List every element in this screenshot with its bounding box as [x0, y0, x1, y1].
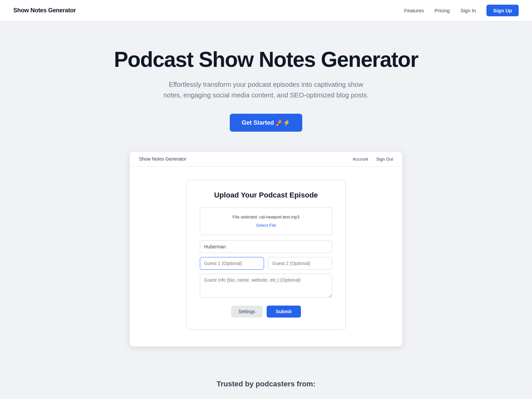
- signin-nav-link[interactable]: Sign In: [461, 8, 476, 13]
- form-actions: Settings Submit: [200, 306, 332, 318]
- app-preview-wrapper: Show Notes Generator Account Sign Out Up…: [123, 152, 409, 366]
- app-inner-logo: Show Notes Generator: [139, 156, 186, 162]
- features-nav-link[interactable]: Features: [404, 8, 424, 13]
- submit-button[interactable]: Submit: [267, 306, 301, 318]
- guest2-input[interactable]: [268, 257, 332, 270]
- hero-section: Podcast Show Notes Generator Effortlessl…: [0, 21, 532, 152]
- podcast-name-input[interactable]: [200, 240, 332, 253]
- guest1-input[interactable]: [200, 257, 264, 270]
- guest-info-textarea[interactable]: [200, 274, 332, 298]
- pricing-nav-link[interactable]: Pricing: [435, 8, 450, 13]
- select-file-link[interactable]: Select File: [256, 223, 276, 228]
- app-content: Upload Your Podcast Episode File selecte…: [130, 167, 402, 346]
- app-inner-nav: Show Notes Generator Account Sign Out: [130, 152, 402, 167]
- navbar: Show Notes Generator Features Pricing Si…: [0, 0, 532, 21]
- upload-title: Upload Your Podcast Episode: [200, 191, 332, 200]
- app-inner-links: Account Sign Out: [352, 157, 393, 162]
- nav-logo: Show Notes Generator: [13, 7, 76, 14]
- guest-row: [200, 257, 332, 270]
- nav-links: Features Pricing Sign In Sign Up: [404, 5, 519, 16]
- signout-link[interactable]: Sign Out: [376, 157, 393, 162]
- upload-card: Upload Your Podcast Episode File selecte…: [186, 180, 346, 330]
- trusted-section: Trusted by podcasters from:: [0, 366, 532, 395]
- app-preview-card: Show Notes Generator Account Sign Out Up…: [130, 152, 402, 346]
- settings-button[interactable]: Settings: [231, 306, 263, 318]
- account-link[interactable]: Account: [352, 157, 368, 162]
- hero-title: Podcast Show Notes Generator: [13, 48, 519, 71]
- file-upload-box: File selected: cal-newport-test.mp3 Sele…: [200, 207, 332, 235]
- signup-button[interactable]: Sign Up: [486, 5, 519, 16]
- trusted-title: Trusted by podcasters from:: [13, 380, 519, 388]
- file-selected-text: File selected: cal-newport-test.mp3: [207, 214, 325, 219]
- hero-cta-button[interactable]: Get Started 🚀⚡: [230, 114, 302, 132]
- hero-subtitle: Effortlessly transform your podcast epis…: [163, 79, 369, 100]
